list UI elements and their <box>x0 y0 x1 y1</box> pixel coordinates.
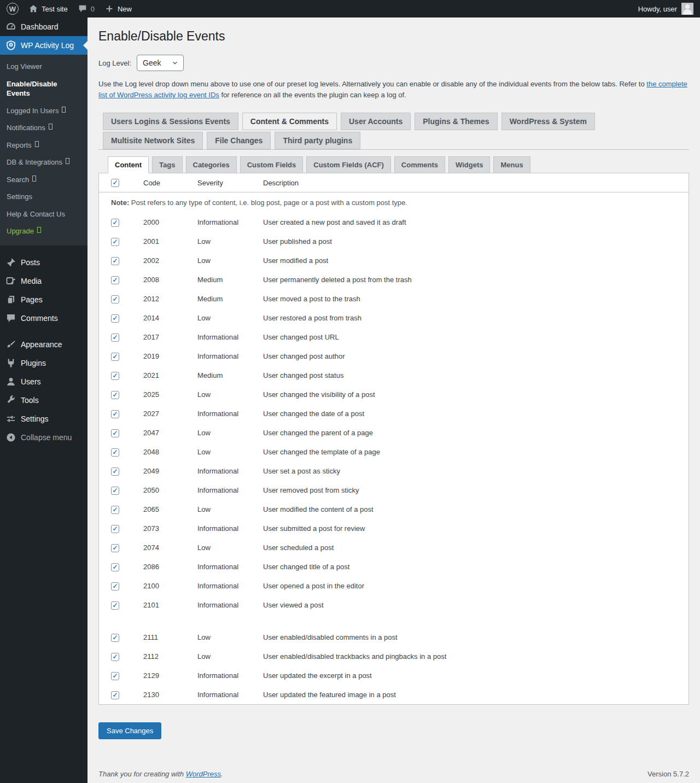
site-name-menu[interactable]: Test site <box>28 4 68 14</box>
subtab-custom-fields-acf[interactable]: Custom Fields (ACF) <box>306 156 391 173</box>
tab-plugins-themes[interactable]: Plugins & Themes <box>415 113 497 130</box>
subtab-widgets[interactable]: Widgets <box>448 156 490 173</box>
sidebar-item-settings[interactable]: Settings <box>0 410 88 428</box>
event-description: User modified a post <box>263 251 689 270</box>
row-checkbox[interactable]: ✓ <box>111 506 119 514</box>
row-checkbox[interactable]: ✓ <box>111 525 119 533</box>
howdy-text[interactable]: Howdy, user <box>638 5 677 13</box>
tab-multisite-network-sites[interactable]: Multisite Network Sites <box>103 132 203 149</box>
row-checkbox[interactable]: ✓ <box>111 410 119 418</box>
table-row: ✓2019InformationalUser changed post auth… <box>99 347 689 366</box>
row-checkbox[interactable]: ✓ <box>111 372 119 380</box>
row-checkbox[interactable]: ✓ <box>111 334 119 342</box>
sidebar-item-collapse-menu[interactable]: Collapse menu <box>0 428 88 447</box>
tab-users-logins-sessions-events[interactable]: Users Logins & Sessions Events <box>103 113 238 130</box>
event-severity: Medium <box>197 289 263 308</box>
row-checkbox[interactable]: ✓ <box>111 295 119 303</box>
event-description: User published a post <box>263 232 689 251</box>
sidebar-item-comments[interactable]: Comments <box>0 309 88 328</box>
table-spacer-row <box>99 615 689 628</box>
sidebar-subitem-settings[interactable]: Settings <box>0 188 88 206</box>
sidebar-subitem-label: Log Viewer <box>7 62 42 72</box>
row-checkbox[interactable]: ✓ <box>111 653 119 661</box>
tab-file-changes[interactable]: File Changes <box>207 132 271 149</box>
sidebar-subitem-logged-in-users[interactable]: Logged In Users <box>0 102 88 120</box>
table-row: ✓2101InformationalUser viewed a post <box>99 595 689 615</box>
tab-user-accounts[interactable]: User Accounts <box>341 113 411 130</box>
comments-menu[interactable]: 0 <box>78 4 95 14</box>
settings-icon <box>5 413 16 424</box>
wordpress-menu[interactable]: W <box>7 3 19 15</box>
subtab-tags[interactable]: Tags <box>152 156 182 173</box>
subtab-categories[interactable]: Categories <box>186 156 237 173</box>
row-checkbox[interactable]: ✓ <box>111 487 119 495</box>
event-code: 2074 <box>143 538 197 557</box>
event-severity: Informational <box>197 666 263 685</box>
subtab-custom-fields[interactable]: Custom Fields <box>240 156 304 173</box>
sidebar-item-users[interactable]: Users <box>0 372 88 391</box>
row-checkbox[interactable]: ✓ <box>111 448 119 457</box>
event-description: User opened a post in the editor <box>263 576 689 595</box>
sidebar-subitem-reports[interactable]: Reports <box>0 137 88 154</box>
row-checkbox[interactable]: ✓ <box>111 601 119 610</box>
subtab-comments[interactable]: Comments <box>394 156 445 173</box>
sidebar-item-pages[interactable]: Pages <box>0 290 88 309</box>
event-description: User updated the featured image in a pos… <box>263 685 689 704</box>
new-menu[interactable]: New <box>104 4 132 14</box>
event-code: 2129 <box>143 666 197 685</box>
row-checkbox[interactable]: ✓ <box>111 582 119 591</box>
event-severity: Low <box>197 423 263 442</box>
plus-icon <box>104 4 114 14</box>
sidebar-item-label: Tools <box>21 396 39 405</box>
row-checkbox[interactable]: ✓ <box>111 634 119 642</box>
sidebar-subitem-upgrade[interactable]: Upgrade <box>0 223 88 240</box>
subtab-content[interactable]: Content <box>108 156 149 173</box>
collapse-icon <box>5 432 16 443</box>
sidebar-subitem-notifications[interactable]: Notifications <box>0 119 88 137</box>
row-checkbox[interactable]: ✓ <box>111 276 119 284</box>
tab-wordpress-system[interactable]: WordPress & System <box>501 113 595 130</box>
sidebar-subitem-search[interactable]: Search <box>0 171 88 189</box>
event-severity: Informational <box>197 481 263 500</box>
row-checkbox[interactable]: ✓ <box>111 468 119 476</box>
sidebar-subitem-label: Upgrade <box>7 226 34 236</box>
sidebar-subitem-help-contact-us[interactable]: Help & Contact Us <box>0 206 88 223</box>
row-checkbox[interactable]: ✓ <box>111 429 119 437</box>
row-checkbox[interactable]: ✓ <box>111 238 119 246</box>
sidebar-item-plugins[interactable]: Plugins <box>0 354 88 372</box>
event-description: User changed post author <box>263 347 689 366</box>
table-header-row: ✓ Code Severity Description <box>99 173 689 192</box>
tab-third-party-plugins[interactable]: Third party plugins <box>275 132 360 149</box>
sidebar-item-posts[interactable]: Posts <box>0 253 88 272</box>
row-checkbox[interactable]: ✓ <box>111 257 119 265</box>
subtab-menus[interactable]: Menus <box>493 156 530 173</box>
sidebar-subitem-label: Help & Contact Us <box>7 209 65 219</box>
select-all-checkbox[interactable]: ✓ <box>111 179 119 187</box>
sidebar-subitem-db-integrations[interactable]: DB & Integrations <box>0 154 88 171</box>
save-changes-button[interactable]: Save Changes <box>98 722 161 739</box>
row-checkbox[interactable]: ✓ <box>111 563 119 571</box>
missing-glyph-box-icon <box>32 176 36 182</box>
row-checkbox[interactable]: ✓ <box>111 544 119 552</box>
row-checkbox[interactable]: ✓ <box>111 391 119 399</box>
sidebar-item-dashboard[interactable]: Dashboard <box>0 17 88 36</box>
sidebar-item-media[interactable]: Media <box>0 272 88 290</box>
sidebar-item-wp-activity-log[interactable]: WP Activity Log <box>0 36 88 55</box>
row-checkbox[interactable]: ✓ <box>111 353 119 361</box>
tab-content-comments[interactable]: Content & Comments <box>242 113 337 130</box>
log-level-select[interactable]: Geek <box>137 55 184 71</box>
wordpress-link[interactable]: WordPress <box>186 770 221 778</box>
sidebar-item-label: Dashboard <box>21 22 59 32</box>
sidebar-subitem-log-viewer[interactable]: Log Viewer <box>0 58 88 75</box>
row-checkbox[interactable]: ✓ <box>111 691 119 699</box>
sidebar-item-appearance[interactable]: Appearance <box>0 335 88 354</box>
footer-thanks-period: . <box>221 770 223 778</box>
sidebar-subitem-enable-disable-events[interactable]: Enable/Disable Events <box>0 75 88 102</box>
sidebar-item-tools[interactable]: Tools <box>0 391 88 410</box>
row-checkbox[interactable]: ✓ <box>111 672 119 680</box>
intro-text: Use the Log level drop down menu above t… <box>98 80 646 88</box>
row-checkbox[interactable]: ✓ <box>111 219 119 227</box>
user-avatar[interactable] <box>681 3 693 15</box>
column-header-severity: Severity <box>197 173 263 192</box>
row-checkbox[interactable]: ✓ <box>111 314 119 323</box>
